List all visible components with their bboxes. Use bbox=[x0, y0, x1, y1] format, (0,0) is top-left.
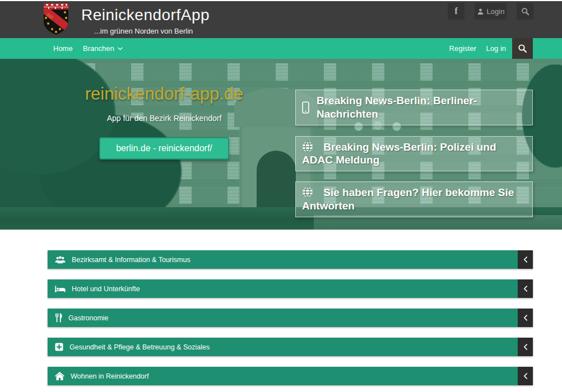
hero-news-banners: Breaking News-Berlin: Berliner-Nachricht… bbox=[295, 90, 533, 217]
chevron-left-icon bbox=[523, 344, 527, 350]
chevron-left-icon bbox=[523, 315, 527, 321]
banner-polizei-adac[interactable]: Breaking News-Berlin: Polizei und ADAC M… bbox=[295, 136, 533, 172]
home-icon bbox=[55, 372, 64, 380]
mobile-icon bbox=[302, 101, 309, 114]
banner-label: Breaking News-Berlin: Polizei und ADAC M… bbox=[302, 141, 496, 166]
site-subtitle: ...im grünen Norden von Berlin bbox=[94, 27, 193, 35]
category-wohnen[interactable]: Wohnen in Reinickendorf bbox=[48, 367, 533, 385]
nav-search-button[interactable] bbox=[512, 38, 533, 59]
search-icon bbox=[521, 7, 530, 16]
chevron-left-icon bbox=[523, 373, 527, 379]
banner-fragen-antworten[interactable]: Sie haben Fragen? Hier bekomme Sie Antwo… bbox=[295, 181, 533, 217]
chevron-left-icon bbox=[523, 286, 527, 292]
user-icon bbox=[477, 8, 484, 15]
banner-label: Sie haben Fragen? Hier bekomme Sie Antwo… bbox=[302, 186, 514, 212]
nav-item-branchen[interactable]: Branchen bbox=[83, 38, 123, 59]
hero-section: reinickendorf-app.de App für den Bezirk … bbox=[0, 59, 562, 230]
search-icon bbox=[518, 44, 527, 53]
banner-label: Breaking News-Berlin: Berliner-Nachricht… bbox=[317, 94, 526, 121]
category-gesundheit[interactable]: Gesundheit & Pflege & Betreuung & Sozial… bbox=[48, 338, 533, 356]
nav-item-login[interactable]: Log in bbox=[486, 38, 506, 59]
bed-icon bbox=[55, 285, 66, 293]
topbar: ReinickendorfApp ...im grünen Norden von… bbox=[0, 0, 562, 38]
banner-berliner-nachrichten[interactable]: Breaking News-Berlin: Berliner-Nachricht… bbox=[295, 90, 533, 125]
nav-item-home[interactable]: Home bbox=[53, 38, 73, 59]
topbar-search-button[interactable] bbox=[517, 3, 533, 20]
topbar-login-label: Login bbox=[487, 7, 505, 16]
topbar-login-button[interactable]: Login bbox=[475, 3, 507, 20]
main-navbar: Home Branchen Register Log in bbox=[0, 38, 562, 59]
globe-icon bbox=[302, 141, 313, 152]
category-label: Bezirksamt & Information & Tourismus bbox=[72, 256, 191, 264]
page: ReinickendorfApp ...im grünen Norden von… bbox=[0, 0, 562, 392]
category-bezirksamt[interactable]: Bezirksamt & Information & Tourismus bbox=[48, 250, 533, 269]
category-expand-toggle[interactable] bbox=[518, 367, 533, 385]
category-list: Bezirksamt & Information & Tourismus Hot… bbox=[48, 250, 533, 392]
globe-icon bbox=[302, 186, 313, 198]
hero-heading: reinickendorf-app.de bbox=[48, 84, 281, 104]
users-icon bbox=[55, 255, 66, 264]
category-expand-toggle[interactable] bbox=[518, 250, 533, 269]
category-expand-toggle[interactable] bbox=[518, 279, 533, 298]
reinickendorf-crest-logo[interactable] bbox=[43, 3, 69, 35]
category-label: Gesundheit & Pflege & Betreuung & Sozial… bbox=[69, 343, 210, 351]
site-title[interactable]: ReinickendorfApp bbox=[81, 6, 210, 24]
category-label: Gastronomie bbox=[68, 314, 109, 322]
nav-branchen-label: Branchen bbox=[83, 44, 114, 53]
nav-item-register[interactable]: Register bbox=[449, 38, 476, 59]
chevron-down-icon bbox=[118, 47, 123, 50]
facebook-button[interactable]: f bbox=[448, 3, 465, 20]
category-hotel[interactable]: Hotel und Unterkünfte bbox=[48, 279, 533, 298]
plus-square-icon bbox=[55, 343, 63, 351]
hero-subheading: App für den Bezirk Reinickendorf bbox=[48, 114, 281, 123]
category-label: Wohnen in Reinickendorf bbox=[71, 372, 148, 380]
category-expand-toggle[interactable] bbox=[518, 338, 533, 356]
cutlery-icon bbox=[55, 313, 62, 323]
category-label: Hotel und Unterkünfte bbox=[72, 285, 140, 293]
facebook-icon: f bbox=[454, 6, 458, 17]
category-gastronomie[interactable]: Gastronomie bbox=[48, 309, 533, 327]
category-expand-toggle[interactable] bbox=[518, 309, 533, 327]
chevron-left-icon bbox=[523, 256, 527, 263]
hero-intro: reinickendorf-app.de App für den Bezirk … bbox=[48, 84, 281, 160]
berlin-de-link-button[interactable]: berlin.de - reinickendorf/ bbox=[99, 137, 229, 160]
